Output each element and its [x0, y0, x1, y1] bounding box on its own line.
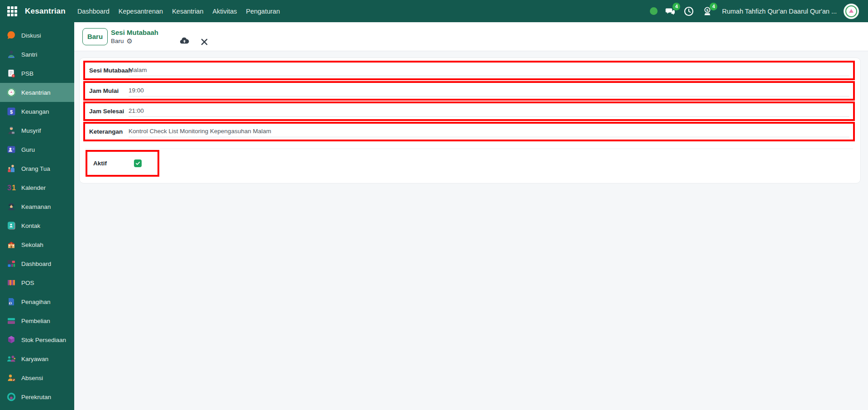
- employees-icon: [6, 354, 16, 364]
- attendance-icon: [6, 373, 16, 383]
- contact-icon: [6, 221, 16, 231]
- time-icon[interactable]: [683, 5, 695, 17]
- sidebar-item-label: Santri: [21, 51, 37, 58]
- organization-name[interactable]: Rumah Tahfizh Qur'an Daarul Qur'an ...: [722, 8, 837, 15]
- topbar-right-cluster: 4 $ 4 Rumah Tahfizh Qur'an Daarul Qur'an…: [650, 4, 859, 19]
- sidebar-item-diskusi[interactable]: Diskusi: [0, 26, 74, 45]
- sidebar-item-keamanan[interactable]: Keamanan: [0, 197, 74, 216]
- student-icon: [6, 49, 16, 59]
- sidebar-item-pembelian[interactable]: Pembelian: [0, 311, 74, 330]
- svg-text:1: 1: [12, 184, 16, 192]
- form-header: Baru Sesi Mutabaah Baru ⚙: [74, 22, 868, 51]
- top-navigation: Dashboard Kepesantrenan Kesantrian Aktiv…: [77, 8, 280, 15]
- settings-gear-icon[interactable]: ⚙: [127, 38, 133, 44]
- parents-icon: [6, 164, 16, 174]
- field-label: Keterangan: [85, 124, 129, 140]
- close-icon[interactable]: [200, 38, 209, 46]
- sidebar-item-stok-persediaan[interactable]: Stok Persediaan: [0, 330, 74, 349]
- finance-icon: $: [6, 106, 16, 116]
- nav-item-dashboard[interactable]: Dashboard: [77, 8, 110, 15]
- sidebar-item-label: PSB: [21, 70, 33, 77]
- sidebar-item-kesantrian[interactable]: Kesantrian: [0, 83, 74, 102]
- online-status-dot: [650, 7, 658, 15]
- nav-item-aktivitas[interactable]: Aktivitas: [213, 8, 237, 15]
- sidebar-item-penagihan[interactable]: $ Penagihan: [0, 292, 74, 311]
- sidebar-item-guru[interactable]: Guru: [0, 140, 74, 159]
- admission-document-icon: [6, 68, 16, 78]
- sidebar-item-keuangan[interactable]: $ Keuangan: [0, 102, 74, 121]
- sidebar-item-label: Absensi: [21, 375, 43, 381]
- sidebar-item-kalender[interactable]: 31 Kalender: [0, 178, 74, 197]
- field-label: Sesi Mutabaah: [85, 63, 129, 78]
- billing-icon: $: [6, 297, 16, 307]
- field-row-keterangan: Keterangan Kontrol Check List Monitoring…: [83, 122, 855, 141]
- sidebar-item-label: POS: [21, 280, 34, 286]
- form-card: Sesi Mutabaah Malam Jam Mulai 19:00 Jam …: [79, 58, 861, 183]
- cloud-upload-icon[interactable]: [179, 36, 190, 46]
- sidebar-item-karyawan[interactable]: Karyawan: [0, 349, 74, 368]
- sidebar-item-sekolah[interactable]: Sekolah: [0, 235, 74, 254]
- avatar-logo: [845, 5, 857, 17]
- sidebar-item-label: Stok Persediaan: [21, 337, 66, 343]
- security-guard-icon: [6, 202, 16, 212]
- kesantrian-logo-icon: [6, 87, 16, 97]
- field-label: Jam Mulai: [85, 83, 129, 99]
- calendar-icon: 31: [6, 183, 16, 193]
- sidebar-item-label: Keamanan: [21, 203, 51, 210]
- app-window: Kesantrian Dashboard Kepesantrenan Kesan…: [0, 0, 868, 410]
- sidebar-item-santri[interactable]: Santri: [0, 45, 74, 64]
- discussion-icon: [6, 30, 16, 40]
- svg-text:$: $: [10, 109, 13, 115]
- sidebar-item-kontak[interactable]: Kontak: [0, 216, 74, 235]
- nav-item-kepesantrenan[interactable]: Kepesantrenan: [119, 8, 163, 15]
- sidebar-item-dashboard[interactable]: Dashboard: [0, 254, 74, 273]
- nav-item-kesantrian[interactable]: Kesantrian: [172, 8, 203, 15]
- org-avatar[interactable]: [844, 4, 859, 19]
- sidebar-item-label: Musyrif: [21, 127, 41, 134]
- brand-title[interactable]: Kesantrian: [25, 7, 66, 16]
- keterangan-input[interactable]: Kontrol Check List Monitoring Kepengasuh…: [129, 125, 849, 137]
- nav-item-pengaturan[interactable]: Pengaturan: [246, 8, 280, 15]
- svg-text:3: 3: [7, 184, 11, 192]
- recruitment-icon: [6, 392, 16, 402]
- header-actions: [179, 36, 209, 46]
- purchasing-icon: [6, 316, 16, 326]
- sidebar-item-label: Sekolah: [21, 241, 43, 248]
- top-navbar: Kesantrian Dashboard Kepesantrenan Kesan…: [0, 0, 868, 22]
- sidebar-item-musyrif[interactable]: Musyrif: [0, 121, 74, 140]
- document-subtitle: Baru ⚙: [111, 37, 158, 45]
- module-sidebar: Diskusi Santri PSB Kesantrian $ Keuangan: [0, 22, 74, 410]
- field-row-jam-mulai: Jam Mulai 19:00: [83, 81, 855, 101]
- jam-mulai-input[interactable]: 19:00: [129, 85, 849, 96]
- section-divider: [85, 149, 853, 149]
- chat-icon[interactable]: 4: [664, 5, 676, 17]
- sidebar-item-label: Penagihan: [21, 299, 51, 305]
- sidebar-item-label: Kontak: [21, 222, 40, 229]
- field-label: Jam Selesai: [85, 103, 129, 119]
- sidebar-item-pos[interactable]: POS: [0, 273, 74, 292]
- sidebar-item-absensi[interactable]: Absensi: [0, 368, 74, 387]
- pos-awning-icon: [6, 278, 16, 288]
- aktif-checkbox[interactable]: [134, 159, 142, 167]
- field-row-aktif: Aktif: [86, 150, 159, 177]
- support-icon[interactable]: $ 4: [701, 5, 713, 17]
- jam-selesai-input[interactable]: 21:00: [129, 105, 849, 117]
- sidebar-item-orang-tua[interactable]: Orang Tua: [0, 159, 74, 178]
- sidebar-item-label: Karyawan: [21, 356, 48, 362]
- sidebar-item-label: Dashboard: [21, 260, 51, 267]
- sesi-mutabaah-input[interactable]: Malam: [129, 64, 849, 76]
- apps-grid-icon[interactable]: [7, 6, 17, 16]
- sidebar-item-label: Kesantrian: [21, 89, 51, 96]
- status-badge-baru[interactable]: Baru: [82, 28, 108, 45]
- sidebar-item-label: Guru: [21, 146, 35, 153]
- stock-cube-icon: [6, 335, 16, 345]
- sidebar-item-label: Pembelian: [21, 318, 50, 324]
- sidebar-item-label: Keuangan: [21, 108, 49, 115]
- sidebar-item-perekrutan[interactable]: Perekrutan: [0, 387, 74, 406]
- supervisor-icon: [6, 125, 16, 135]
- chat-unread-badge: 4: [672, 3, 680, 10]
- sidebar-item-psb[interactable]: PSB: [0, 64, 74, 83]
- svg-text:$: $: [10, 302, 11, 305]
- aktif-label: Aktif: [93, 160, 107, 167]
- sidebar-item-label: Kalender: [21, 184, 46, 191]
